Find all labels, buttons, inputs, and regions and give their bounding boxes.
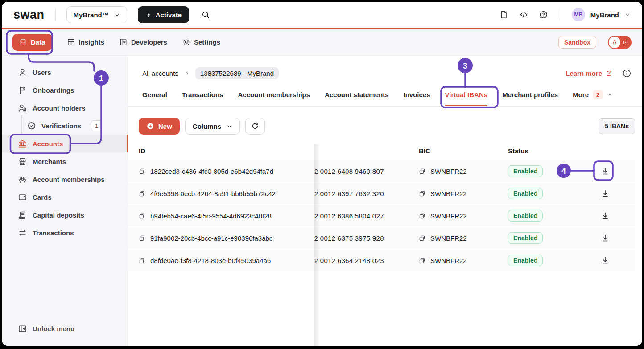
- tab-more[interactable]: More 2: [573, 90, 613, 106]
- seal-check-icon: [27, 121, 36, 130]
- copy-icon[interactable]: [139, 168, 145, 175]
- unlock-menu-button[interactable]: Unlock menu: [18, 324, 74, 333]
- sidebar-item-users[interactable]: Users: [2, 63, 128, 81]
- bic-cell: SWNBFR22: [419, 227, 467, 249]
- more-count-badge: 2: [593, 90, 603, 99]
- refresh-button[interactable]: [245, 118, 265, 135]
- sidebar-item-accounts[interactable]: Accounts: [2, 135, 128, 152]
- sidebar-item-label: Capital deposits: [33, 211, 84, 219]
- breadcrumb-all-accounts[interactable]: All accounts: [142, 70, 178, 77]
- learn-more-link[interactable]: Learn more: [566, 70, 612, 77]
- tab-account-statements[interactable]: Account statements: [325, 90, 388, 106]
- activate-button[interactable]: Activate: [138, 6, 189, 23]
- bic-value: SWNBFR22: [430, 168, 467, 175]
- nav-data-label: Data: [31, 38, 45, 46]
- nav-item-developers[interactable]: Developers: [119, 38, 167, 46]
- tab-transactions[interactable]: Transactions: [182, 90, 223, 106]
- table-row[interactable]: 4f6e5398-0ecb-4264-8a91-bb6b55b72c42 02 …: [128, 183, 635, 204]
- copy-icon[interactable]: [139, 190, 145, 197]
- id-cell: d8fde0ae-f3f8-4218-803e-b0f45039a4a6: [139, 250, 271, 271]
- download-cell: [595, 160, 615, 182]
- lightning-icon: [145, 11, 152, 19]
- info-button[interactable]: [622, 69, 632, 78]
- status-cell: Enabled: [508, 205, 543, 226]
- swan-logo: swan: [13, 8, 45, 22]
- iban-fragment: 02 0012 6375 3975 928: [314, 234, 384, 242]
- sidebar-item-label: Transactions: [33, 229, 74, 237]
- docs-button[interactable]: [500, 10, 508, 19]
- copy-icon[interactable]: [419, 190, 425, 197]
- tab-virtual-ibans[interactable]: Virtual IBANs: [445, 90, 488, 106]
- sidebar-item-onboardings[interactable]: Onboardings: [2, 81, 128, 99]
- nav-item-insights[interactable]: Insights: [67, 38, 105, 46]
- sidebar-item-account-holders[interactable]: Account holders: [2, 99, 128, 117]
- download-icon[interactable]: [601, 189, 610, 198]
- nav-item-settings[interactable]: Settings: [182, 38, 220, 46]
- org-selector-label: MyBrand™: [74, 11, 109, 19]
- copy-icon[interactable]: [139, 257, 145, 264]
- tab-general[interactable]: General: [142, 90, 167, 106]
- sidebar-item-label: Merchants: [33, 158, 66, 165]
- copy-icon[interactable]: [419, 235, 425, 242]
- id-cell: 1822ced3-c436-4fc0-805d-e6b42d94fa7d: [139, 160, 273, 182]
- download-icon[interactable]: [601, 211, 610, 220]
- help-button[interactable]: [539, 10, 548, 19]
- virtual-ibans-table: ID BIC Status 1822ced3-c436-4fc0-805d-e6…: [128, 144, 642, 346]
- app-window: swan MyBrand™ Activate MB My: [2, 2, 642, 346]
- sidebar-item-verifications[interactable]: Verifications 1: [2, 117, 128, 135]
- iban-id: 1822ced3-c436-4fc0-805d-e6b42d94fa7d: [150, 168, 273, 175]
- sidebar-item-transactions[interactable]: Transactions: [2, 224, 128, 242]
- iban-id: d8fde0ae-f3f8-4218-803e-b0f45039a4a6: [150, 257, 271, 264]
- table-row[interactable]: 91fa9002-20cb-4bcc-a91c-e90396fa3abc 02 …: [128, 227, 635, 249]
- divider: [55, 9, 56, 21]
- flask-icon: [611, 39, 618, 45]
- download-cell: [595, 205, 615, 226]
- exchange-icon: [18, 228, 27, 238]
- table-row[interactable]: d8fde0ae-f3f8-4218-803e-b0f45039a4a6 02 …: [128, 250, 635, 271]
- user-name: MyBrand: [590, 11, 619, 19]
- main-nav: Data Insights Developers Settings Sandbo…: [2, 29, 642, 56]
- table-row[interactable]: 1822ced3-c436-4fc0-805d-e6b42d94fa7d 02 …: [128, 160, 635, 182]
- new-button[interactable]: New: [139, 118, 180, 135]
- chevron-down-icon: [624, 12, 631, 18]
- api-button[interactable]: [519, 10, 528, 19]
- download-icon[interactable]: [601, 167, 610, 176]
- copy-icon[interactable]: [139, 235, 145, 242]
- sidebar-item-merchants[interactable]: Merchants: [2, 152, 128, 170]
- sidebar-item-cards[interactable]: Cards: [2, 188, 128, 206]
- bic-cell: SWNBFR22: [419, 160, 467, 182]
- tab-merchant-profiles[interactable]: Merchant profiles: [502, 90, 558, 106]
- tab-account-memberships[interactable]: Account memberships: [238, 90, 310, 106]
- database-icon: [19, 38, 27, 46]
- user-menu[interactable]: MB MyBrand: [572, 8, 631, 21]
- user-icon: [18, 68, 27, 77]
- download-icon[interactable]: [601, 234, 610, 242]
- id-cell: b94feb54-cae6-4f5c-9554-4d6923c40f28: [139, 205, 272, 226]
- status-badge: Enabled: [508, 165, 543, 177]
- download-cell: [595, 250, 615, 271]
- tab-bar: General Transactions Account memberships…: [128, 90, 642, 107]
- column-header-id: ID: [139, 147, 145, 155]
- org-selector[interactable]: MyBrand™: [66, 6, 127, 23]
- store-icon: [18, 157, 27, 166]
- copy-icon[interactable]: [419, 213, 425, 219]
- sidebar-item-capital-deposits[interactable]: Capital deposits: [2, 206, 128, 224]
- sidebar-item-label: Account holders: [33, 104, 85, 112]
- search-button[interactable]: [202, 11, 210, 19]
- iban-cell: 02 0012 6364 2148 023: [314, 250, 428, 271]
- status-cell: Enabled: [508, 227, 543, 249]
- tab-invoices[interactable]: Invoices: [404, 90, 430, 106]
- copy-icon[interactable]: [419, 168, 425, 175]
- topbar-right: MB MyBrand: [500, 8, 631, 21]
- people-group-icon: [18, 175, 27, 184]
- download-icon[interactable]: [601, 256, 610, 265]
- environment-toggle[interactable]: [608, 36, 632, 49]
- copy-icon[interactable]: [419, 257, 425, 264]
- sidebar-item-account-memberships[interactable]: Account memberships: [2, 170, 128, 188]
- nav-item-data[interactable]: Data: [12, 34, 52, 51]
- copy-icon[interactable]: [139, 213, 145, 219]
- document-icon: [500, 10, 508, 19]
- help-icon: [539, 10, 548, 19]
- columns-button[interactable]: Columns: [185, 118, 240, 135]
- table-row[interactable]: b94feb54-cae6-4f5c-9554-4d6923c40f28 02 …: [128, 205, 635, 226]
